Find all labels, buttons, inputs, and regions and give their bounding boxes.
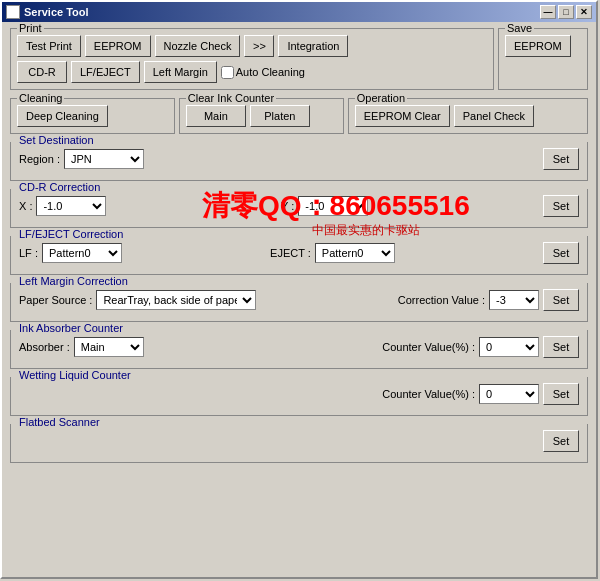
- print-group-label: Print: [17, 22, 44, 34]
- main-window: Service Tool — □ ✕ 清零QQ：860655516 中国最实惠的…: [0, 0, 598, 579]
- cd-r-button[interactable]: CD-R: [17, 61, 67, 83]
- test-print-button[interactable]: Test Print: [17, 35, 81, 57]
- eeprom-clear-button[interactable]: EEPROM Clear: [355, 105, 450, 127]
- close-button[interactable]: ✕: [576, 5, 592, 19]
- region-label: Region :: [19, 153, 60, 165]
- wetting-counter-label: Counter Value(%) :: [382, 388, 475, 400]
- title-bar-buttons: — □ ✕: [540, 5, 592, 19]
- correction-value-label: Correction Value :: [398, 294, 485, 306]
- correction-select[interactable]: -3-2-10123: [489, 290, 539, 310]
- flatbed-scanner-label: Flatbed Scanner: [17, 416, 102, 428]
- auto-cleaning-label: Auto Cleaning: [221, 66, 305, 79]
- x-select[interactable]: -1.00.01.0: [36, 196, 106, 216]
- left-margin-label: Left Margin Correction: [17, 275, 130, 287]
- paper-source-select[interactable]: RearTray, back side of paper Front Tray: [96, 290, 256, 310]
- lf-eject-label: LF/EJECT Correction: [17, 228, 125, 240]
- clearink-group: Clear Ink Counter Main Platen: [179, 98, 344, 134]
- eject-label: EJECT :: [270, 247, 311, 259]
- ink-absorber-set-button[interactable]: Set: [543, 336, 579, 358]
- integration-button[interactable]: Integration: [278, 35, 348, 57]
- window-title: Service Tool: [24, 6, 89, 18]
- x-label: X :: [19, 200, 32, 212]
- print-group: Print Test Print EEPROM Nozzle Check >> …: [10, 28, 494, 90]
- cleaning-group: Cleaning Deep Cleaning: [10, 98, 175, 134]
- middle-sections: Cleaning Deep Cleaning Clear Ink Counter…: [10, 98, 588, 134]
- clearink-group-label: Clear Ink Counter: [186, 92, 276, 104]
- left-margin-button[interactable]: Left Margin: [144, 61, 217, 83]
- left-margin-section: Left Margin Correction Paper Source : Re…: [10, 283, 588, 322]
- lf-eject-button[interactable]: LF/EJECT: [71, 61, 140, 83]
- flatbed-scanner-section: Flatbed Scanner Set: [10, 424, 588, 463]
- lf-eject-set-button[interactable]: Set: [543, 242, 579, 264]
- eject-select[interactable]: Pattern0Pattern1Pattern2: [315, 243, 395, 263]
- absorber-select[interactable]: MainSub: [74, 337, 144, 357]
- lf-label: LF :: [19, 247, 38, 259]
- paper-source-label: Paper Source :: [19, 294, 92, 306]
- ink-counter-select[interactable]: 01020: [479, 337, 539, 357]
- left-margin-set-button[interactable]: Set: [543, 289, 579, 311]
- minimize-button[interactable]: —: [540, 5, 556, 19]
- ink-absorber-label: Ink Absorber Counter: [17, 322, 125, 334]
- main-content: Print Test Print EEPROM Nozzle Check >> …: [2, 22, 596, 469]
- lf-eject-section: LF/EJECT Correction LF : Pattern0Pattern…: [10, 236, 588, 275]
- set-destination-section: Set Destination Region : JPN USA EUR Set: [10, 142, 588, 181]
- wetting-liquid-section: Wetting Liquid Counter Counter Value(%) …: [10, 377, 588, 416]
- wetting-set-button[interactable]: Set: [543, 383, 579, 405]
- save-group-label: Save: [505, 22, 534, 34]
- deep-cleaning-button[interactable]: Deep Cleaning: [17, 105, 108, 127]
- ink-counter-label: Counter Value(%) :: [382, 341, 475, 353]
- clear-counter-main-button[interactable]: Main: [186, 105, 246, 127]
- wetting-counter-select[interactable]: 01020: [479, 384, 539, 404]
- panel-check-button[interactable]: Panel Check: [454, 105, 534, 127]
- nozzle-check-button[interactable]: Nozzle Check: [155, 35, 241, 57]
- maximize-button[interactable]: □: [558, 5, 574, 19]
- window-icon: [6, 5, 20, 19]
- wetting-liquid-label: Wetting Liquid Counter: [17, 369, 133, 381]
- top-sections: Print Test Print EEPROM Nozzle Check >> …: [10, 28, 588, 90]
- cdr-correction-label: CD-R Correction: [17, 181, 102, 193]
- clear-counter-platen-button[interactable]: Platen: [250, 105, 310, 127]
- operation-group: Operation EEPROM Clear Panel Check: [348, 98, 588, 134]
- operation-group-label: Operation: [355, 92, 407, 104]
- overlay-sub-text: 中国最实惠的卡驱站: [312, 222, 420, 239]
- arrow-button[interactable]: >>: [244, 35, 274, 57]
- lf-select[interactable]: Pattern0Pattern1Pattern2: [42, 243, 122, 263]
- auto-cleaning-checkbox[interactable]: [221, 66, 234, 79]
- ink-absorber-section: Ink Absorber Counter Absorber : MainSub …: [10, 330, 588, 369]
- title-bar: Service Tool — □ ✕: [2, 2, 596, 22]
- set-destination-label: Set Destination: [17, 134, 96, 146]
- cdr-set-button[interactable]: Set: [543, 195, 579, 217]
- eeprom-print-button[interactable]: EEPROM: [85, 35, 151, 57]
- save-group: Save EEPROM: [498, 28, 588, 90]
- flatbed-set-button[interactable]: Set: [543, 430, 579, 452]
- cleaning-group-label: Cleaning: [17, 92, 64, 104]
- overlay-main-text: 清零QQ：860655516: [202, 187, 470, 225]
- region-select[interactable]: JPN USA EUR: [64, 149, 144, 169]
- absorber-label: Absorber :: [19, 341, 70, 353]
- eeprom-save-button[interactable]: EEPROM: [505, 35, 571, 57]
- set-destination-button[interactable]: Set: [543, 148, 579, 170]
